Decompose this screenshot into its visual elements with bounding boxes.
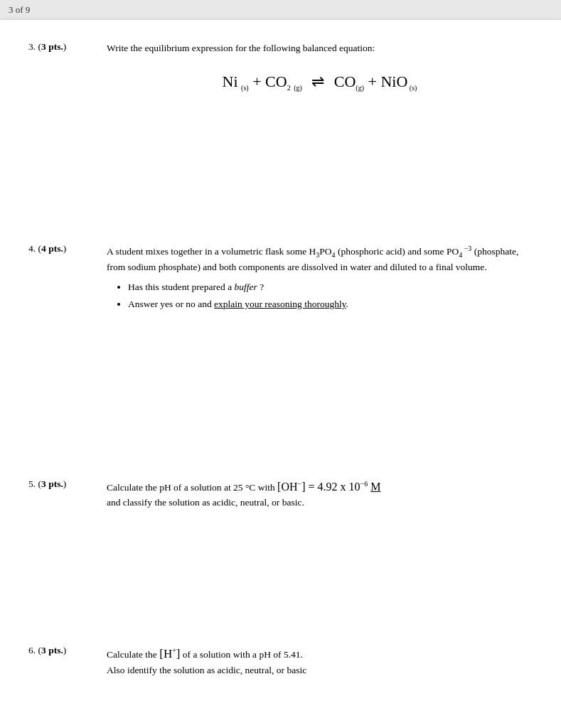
q5-pts: 3 pts. bbox=[41, 478, 63, 489]
q3-answer-space bbox=[107, 115, 533, 222]
q5-number: 5. (3 pts.) bbox=[28, 478, 107, 624]
document-page: 3. (3 pts.) Write the equilibrium expres… bbox=[0, 20, 561, 728]
q4-answer-space bbox=[107, 315, 533, 457]
q6-number: 6. (3 pts.) bbox=[28, 645, 107, 728]
question-6: 6. (3 pts.) Calculate the [H+] of a solu… bbox=[28, 645, 533, 728]
q6-line2: Also identify the solution as acidic, ne… bbox=[107, 665, 306, 675]
question-5: 5. (3 pts.) Calculate the pH of a soluti… bbox=[28, 478, 533, 624]
q4-bullets: Has this student prepared a buffer ? Ans… bbox=[128, 280, 533, 312]
question-3: 3. (3 pts.) Write the equilibrium expres… bbox=[28, 41, 533, 222]
q6-content: Calculate the [H+] of a solution with a … bbox=[107, 645, 533, 728]
q5-instruction: Calculate the pH of a solution at 25 °C … bbox=[107, 482, 380, 493]
q4-intro: A student mixes together in a volumetric… bbox=[107, 246, 518, 272]
q6-answer-space bbox=[107, 678, 533, 728]
eq-co2: CO bbox=[265, 73, 287, 90]
eq-co: CO bbox=[334, 73, 356, 90]
q3-instruction: Write the equilibrium expression for the… bbox=[107, 43, 375, 53]
q3-number: 3. (3 pts.) bbox=[28, 41, 107, 222]
q5-continuation: and classify the solution as acidic, neu… bbox=[107, 497, 304, 508]
q6-pts: 3 pts. bbox=[41, 645, 63, 655]
q5-content: Calculate the pH of a solution at 25 °C … bbox=[107, 478, 533, 624]
page-indicator: 3 of 9 bbox=[0, 0, 561, 20]
eq-co-subg: (g) bbox=[356, 85, 364, 92]
eq-ni: Ni bbox=[223, 73, 238, 90]
eq-plus2: + bbox=[368, 73, 381, 90]
eq-plus1: + bbox=[252, 73, 265, 90]
q4-bullet-2: Answer yes or no and explain your reason… bbox=[128, 297, 533, 311]
eq-nio-subs: (s) bbox=[407, 85, 417, 92]
q4-content: A student mixes together in a volumetric… bbox=[107, 243, 533, 457]
q4-number: 4. (4 pts.) bbox=[28, 243, 107, 457]
q5-answer-space bbox=[107, 510, 533, 623]
page-indicator-text: 3 of 9 bbox=[9, 4, 30, 15]
q3-pts: 3 pts. bbox=[41, 41, 63, 52]
q4-explain: explain your reasoning thoroughly bbox=[214, 299, 346, 309]
eq-nio: NiO bbox=[380, 73, 407, 90]
q4-pts: 4 pts. bbox=[41, 243, 63, 254]
q4-bullet-1: Has this student prepared a buffer ? bbox=[128, 280, 533, 294]
eq-co2-sub2: 2 bbox=[287, 85, 291, 92]
eq-arrow: ⇌ bbox=[311, 73, 324, 90]
q3-equation: Ni (s) + CO2 (g) ⇌ CO(g) + NiO (s) bbox=[107, 70, 533, 93]
question-4: 4. (4 pts.) A student mixes together in … bbox=[28, 243, 533, 457]
q6-math: [H+] bbox=[159, 647, 180, 660]
q3-content: Write the equilibrium expression for the… bbox=[107, 41, 533, 222]
q5-math: [OH−] = 4.92 x 10−6 M bbox=[277, 481, 380, 493]
eq-co2-subg: (g) bbox=[291, 75, 302, 90]
eq-ni-sub: (s) bbox=[238, 75, 249, 90]
q6-line1: Calculate the [H+] of a solution with a … bbox=[107, 649, 303, 660]
q4-buffer-word: buffer bbox=[235, 282, 257, 292]
